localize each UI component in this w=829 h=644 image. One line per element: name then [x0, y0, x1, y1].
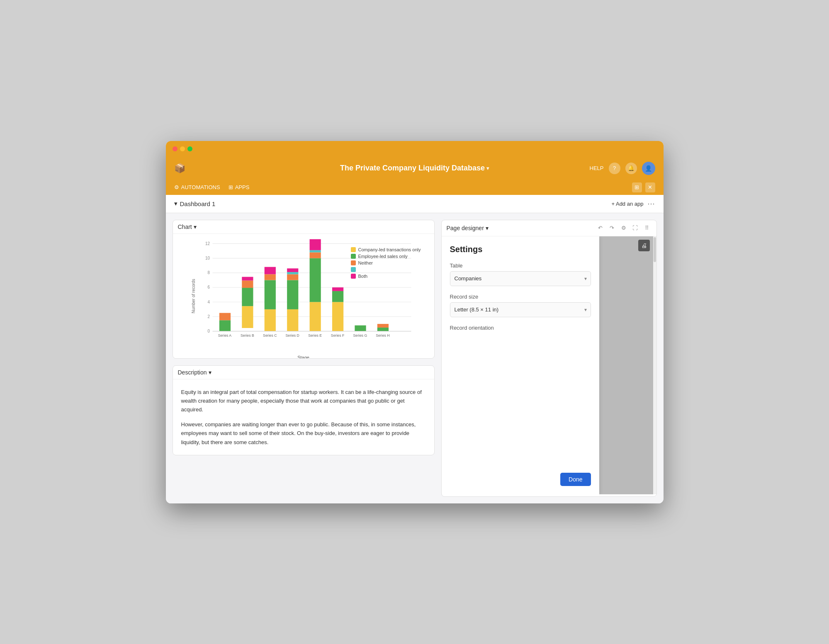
avatar[interactable]: 👤	[642, 162, 655, 175]
svg-rect-18	[242, 288, 253, 306]
svg-rect-30	[287, 272, 298, 274]
record-size-select[interactable]: Letter (8.5 × 11 in) A4 Legal	[450, 302, 591, 317]
svg-rect-35	[309, 252, 321, 258]
record-orientation-field: Record orientation	[450, 325, 591, 331]
title-dropdown-arrow[interactable]: ▾	[486, 165, 489, 171]
svg-text:4: 4	[207, 299, 210, 304]
record-size-label: Record size	[450, 294, 591, 300]
svg-text:10: 10	[205, 255, 210, 260]
dashboard-title[interactable]: ▾ Dashboard 1	[174, 200, 216, 207]
legend-color-company	[351, 247, 356, 252]
description-panel-header: Description ▾	[173, 366, 434, 379]
svg-text:Series C: Series C	[263, 333, 277, 338]
svg-rect-27	[287, 309, 298, 331]
record-size-field: Record size Letter (8.5 × 11 in) A4 Lega…	[450, 294, 591, 317]
grid-icon[interactable]: ⊞	[632, 182, 642, 192]
apps-icon: ⊞	[229, 184, 233, 190]
more-options-button[interactable]: ···	[647, 199, 655, 208]
svg-rect-41	[332, 287, 343, 291]
dashboard-chevron: ▾	[174, 200, 177, 207]
description-dropdown-arrow[interactable]: ▾	[209, 369, 212, 376]
minimize-dot[interactable]	[180, 146, 185, 151]
table-field: Table Companies Investors Transactions	[450, 262, 591, 286]
record-size-select-wrapper: Letter (8.5 × 11 in) A4 Legal	[450, 302, 591, 317]
table-select[interactable]: Companies Investors Transactions	[450, 271, 591, 286]
print-button[interactable]: 🖨	[638, 240, 650, 251]
close-toolbar-button[interactable]: ✕	[645, 182, 655, 192]
redo-button[interactable]: ↷	[608, 224, 617, 233]
svg-text:12: 12	[205, 241, 210, 245]
apps-label: APPS	[235, 184, 250, 190]
svg-text:6: 6	[207, 285, 210, 289]
page-designer-body: Kanban B Settings Table	[442, 236, 656, 494]
help-icon[interactable]: ?	[609, 163, 620, 174]
svg-text:Series A: Series A	[218, 333, 231, 338]
apps-button[interactable]: ⊞ APPS	[229, 184, 250, 190]
svg-text:Series D: Series D	[285, 333, 299, 338]
chart-panel: Chart ▾ Number of records	[173, 220, 435, 359]
svg-rect-34	[309, 258, 321, 302]
chart-dropdown-arrow[interactable]: ▾	[194, 224, 197, 230]
settings-modal: Settings Table Companies Investors Trans…	[442, 236, 599, 494]
description-panel: Description ▾ Equity is an integral part…	[173, 365, 435, 456]
maximize-dot[interactable]	[187, 146, 192, 151]
undo-button[interactable]: ↶	[596, 224, 605, 233]
title-text: The Private Company Liquidity Database	[340, 164, 485, 173]
legend-label-company: Company-led transactions only	[358, 247, 421, 252]
table-select-wrapper: Companies Investors Transactions	[450, 271, 591, 286]
legend-color-both	[351, 274, 356, 279]
automations-button[interactable]: ⚙ AUTOMATIONS	[174, 184, 220, 190]
help-label[interactable]: HELP	[590, 165, 604, 171]
main-content: Chart ▾ Number of records	[166, 213, 664, 503]
record-orientation-label: Record orientation	[450, 325, 591, 331]
chart-inner: 0 2 4 6 8 10 12 Series A	[194, 239, 429, 353]
fullscreen-icon[interactable]: ⛶	[631, 224, 640, 233]
legend-label-employee: Employee-led sales only	[358, 254, 407, 259]
app-window: 📦 The Private Company Liquidity Database…	[166, 141, 664, 503]
page-designer-title[interactable]: Page designer ▾	[447, 225, 489, 231]
chart-title-text: Chart	[178, 224, 192, 230]
dashboard-actions: + Add an app ···	[611, 199, 655, 208]
svg-rect-28	[287, 280, 298, 309]
page-designer-dropdown-arrow[interactable]: ▾	[486, 225, 489, 231]
settings-modal-title: Settings	[450, 245, 591, 254]
svg-text:Series F: Series F	[331, 333, 344, 338]
svg-rect-46	[377, 324, 388, 328]
x-axis-label: Stage	[178, 355, 429, 359]
svg-rect-19	[242, 280, 253, 288]
legend-item: Both	[351, 274, 421, 279]
notifications-icon[interactable]: 🔔	[625, 163, 637, 174]
svg-rect-29	[287, 274, 298, 280]
toolbar-right: ⊞ ✕	[632, 182, 655, 192]
scrollbar[interactable]	[653, 236, 656, 494]
header-right: HELP ? 🔔 👤	[590, 162, 655, 175]
legend-item: Employee-led sales only	[351, 254, 421, 259]
svg-rect-40	[332, 291, 343, 301]
description-panel-title[interactable]: Description ▾	[178, 369, 212, 376]
dashboard-title-text: Dashboard 1	[180, 200, 216, 207]
right-column: Page designer ▾ ↶ ↷ ⚙ ⛶ ⠿ Ka	[441, 220, 657, 497]
settings-icon[interactable]: ⚙	[619, 224, 628, 233]
legend-color-neither	[351, 260, 356, 265]
header-title[interactable]: The Private Company Liquidity Database ▾	[340, 164, 489, 173]
legend-color-employee	[351, 254, 356, 259]
svg-text:2: 2	[207, 314, 210, 318]
close-dot[interactable]	[173, 146, 177, 151]
more-label: ···	[647, 199, 655, 208]
legend-color-teal	[351, 267, 356, 272]
add-app-button[interactable]: + Add an app	[611, 201, 643, 207]
settings-done-button[interactable]: Done	[560, 473, 591, 486]
grid-icon[interactable]: ⠿	[642, 224, 652, 233]
automations-icon: ⚙	[174, 184, 179, 190]
svg-text:0: 0	[207, 328, 210, 333]
chart-panel-header: Chart ▾	[173, 220, 434, 234]
svg-rect-31	[287, 268, 298, 272]
svg-rect-14	[219, 320, 230, 331]
svg-rect-45	[377, 327, 388, 331]
toolbar: ⚙ AUTOMATIONS ⊞ APPS ⊞ ✕	[166, 180, 664, 195]
svg-text:Series E: Series E	[308, 333, 322, 338]
titlebar	[166, 141, 664, 157]
legend-item	[351, 267, 421, 272]
svg-rect-24	[264, 274, 275, 280]
chart-panel-title[interactable]: Chart ▾	[178, 224, 197, 230]
